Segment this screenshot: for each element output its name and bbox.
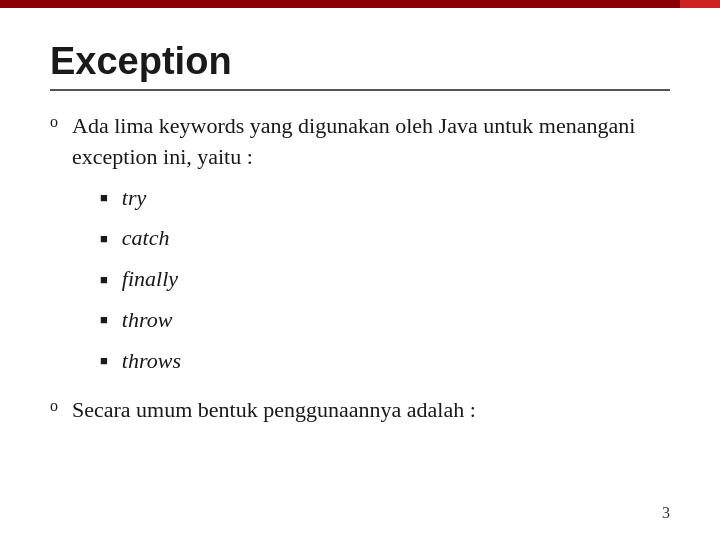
bullet-icon-1: o xyxy=(50,113,58,131)
sub-bullet-label-throws: throws xyxy=(122,346,181,377)
sub-bullet-icon-2: ■ xyxy=(100,231,108,247)
sub-bullet-icon-1: ■ xyxy=(100,190,108,206)
sub-bullet-icon-5: ■ xyxy=(100,353,108,369)
sub-bullet-catch: ■ catch xyxy=(100,223,670,254)
sub-bullet-label-throw: throw xyxy=(122,305,173,336)
bullet-item-2: o Secara umum bentuk penggunaannya adala… xyxy=(50,395,670,426)
bullet-section-1: o Ada lima keywords yang digunakan oleh … xyxy=(50,111,670,377)
sub-bullet-label-catch: catch xyxy=(122,223,170,254)
sub-bullet-section: ■ try ■ catch ■ finally ■ throw ■ throws xyxy=(100,183,670,377)
page-content: Exception o Ada lima keywords yang digun… xyxy=(0,0,720,473)
bullet-section-2: o Secara umum bentuk penggunaannya adala… xyxy=(50,395,670,426)
sub-bullet-label-try: try xyxy=(122,183,146,214)
title-divider xyxy=(50,89,670,91)
page-number: 3 xyxy=(662,504,670,522)
sub-bullet-label-finally: finally xyxy=(122,264,178,295)
bullet-text-1: Ada lima keywords yang digunakan oleh Ja… xyxy=(72,111,670,173)
bullet-text-2: Secara umum bentuk penggunaannya adalah … xyxy=(72,395,476,426)
bullet-icon-2: o xyxy=(50,397,58,415)
sub-bullet-throw: ■ throw xyxy=(100,305,670,336)
sub-bullet-icon-4: ■ xyxy=(100,312,108,328)
sub-bullet-icon-3: ■ xyxy=(100,272,108,288)
bullet-item-1: o Ada lima keywords yang digunakan oleh … xyxy=(50,111,670,173)
page-title: Exception xyxy=(50,40,670,83)
sub-bullet-throws: ■ throws xyxy=(100,346,670,377)
sub-bullet-finally: ■ finally xyxy=(100,264,670,295)
sub-bullet-try: ■ try xyxy=(100,183,670,214)
